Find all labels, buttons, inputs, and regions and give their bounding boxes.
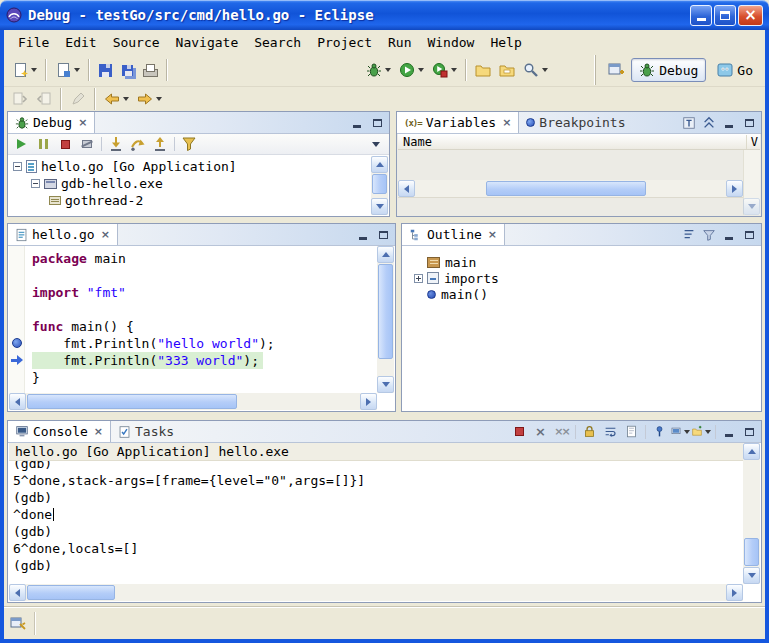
scroll-up-button[interactable] [377,246,394,263]
tab-outline[interactable]: Outline × [402,224,505,245]
view-minimize-button[interactable] [354,227,372,243]
tab-close-icon[interactable]: × [94,425,103,438]
new-go-element-button[interactable] [51,57,84,83]
code-line[interactable]: package main [32,250,377,267]
remove-all-launches-button[interactable]: ×× [552,423,571,440]
new-wizard-button[interactable] [8,57,41,83]
sort-button[interactable] [680,227,698,243]
suspend-button[interactable] [33,135,53,153]
display-console-button[interactable] [671,423,690,440]
filter-button[interactable] [700,227,718,243]
scroll-right-button[interactable] [726,180,743,197]
scroll-right-button[interactable] [726,584,743,601]
open-console-button[interactable] [692,423,711,440]
code-line[interactable]: func main() { [32,318,377,335]
variables-horizontal-scrollbar[interactable] [398,180,743,197]
scrollbar-thumb[interactable] [486,181,646,196]
step-over-button[interactable] [128,135,148,153]
editor-horizontal-scrollbar[interactable] [9,393,377,410]
previous-annotation-button[interactable] [32,89,56,109]
menu-run[interactable]: Run [380,32,419,53]
variables-column-header[interactable]: Name V [398,134,760,150]
forward-button[interactable] [133,89,166,109]
view-minimize-button[interactable] [720,115,738,131]
remove-launch-button[interactable]: × [531,423,550,440]
view-minimize-button[interactable] [720,227,738,243]
console-output[interactable]: (gdb)5^done,stack-args=[frame={level="0"… [9,461,743,584]
editor-ruler[interactable] [9,246,25,393]
tab-breakpoints[interactable]: Breakpoints [519,112,632,133]
debug-launch-button[interactable] [362,57,395,83]
variables-vertical-scrollbar[interactable] [743,150,760,215]
view-maximize-button[interactable] [374,227,392,243]
terminate-button[interactable] [55,135,75,153]
fast-view-button[interactable] [10,615,28,633]
run-launch-button[interactable] [395,57,428,83]
scroll-lock-button[interactable] [580,423,599,440]
next-annotation-button[interactable] [8,89,32,109]
debug-tree-item[interactable]: hello.go [Go Application] [9,158,371,175]
tab-variables[interactable]: (x)= Variables × [397,112,519,133]
code-line[interactable] [32,301,377,318]
menu-source[interactable]: Source [105,32,168,53]
minimize-button[interactable] [690,5,712,26]
variables-table[interactable] [398,150,743,180]
menu-help[interactable]: Help [482,32,529,53]
debug-launch-tree[interactable]: hello.go [Go Application]gdb-hello.exego… [9,156,371,215]
editor-vertical-scrollbar[interactable] [377,246,394,393]
tab-close-icon[interactable]: × [101,228,110,241]
open-type-button[interactable] [471,57,495,83]
code-editor[interactable]: package main import "fmt" func main() { … [26,246,377,393]
menu-edit[interactable]: Edit [57,32,104,53]
step-into-button[interactable] [106,135,126,153]
view-maximize-button[interactable] [740,424,758,440]
scrollbar-thumb[interactable] [27,394,237,409]
external-tools-button[interactable] [428,57,461,83]
value-column-header[interactable]: V [746,135,760,149]
code-line[interactable]: fmt.Println("333 world"); [32,352,377,369]
debug-vertical-scrollbar[interactable] [371,156,388,215]
tab-close-icon[interactable]: × [502,116,511,129]
instruction-pointer-marker[interactable] [11,355,24,366]
step-filters-button[interactable] [179,135,199,153]
word-wrap-button[interactable] [601,423,620,440]
outline-tree[interactable]: mainimportsmain() [403,246,760,410]
scroll-up-button[interactable] [743,443,760,460]
scrollbar-thumb[interactable] [744,538,759,566]
console-horizontal-scrollbar[interactable] [9,584,743,601]
tab-debug[interactable]: Debug × [8,112,95,133]
scrollbar-thumb[interactable] [372,174,387,194]
console-vertical-scrollbar[interactable] [743,443,760,584]
menu-window[interactable]: Window [419,32,482,53]
code-line[interactable]: import "fmt" [32,284,377,301]
open-perspective-button[interactable] [604,57,628,83]
code-line[interactable] [32,267,377,284]
tab-close-icon[interactable]: × [488,228,497,241]
print-button[interactable] [138,57,162,83]
perspective-go-button[interactable]: Go [709,58,761,82]
menu-file[interactable]: File [10,32,57,53]
open-resource-button[interactable] [495,57,519,83]
close-button[interactable]: × [738,5,763,26]
tree-expander[interactable] [414,274,423,283]
outline-item[interactable]: main() [403,286,760,302]
code-line[interactable]: } [32,369,377,386]
search-button[interactable] [519,57,552,83]
tree-expander[interactable] [13,162,22,171]
menu-search[interactable]: Search [246,32,309,53]
view-minimize-button[interactable] [720,424,738,440]
debug-view-menu-button[interactable] [366,135,386,153]
back-button[interactable] [100,89,133,109]
scroll-left-button[interactable] [9,393,26,410]
clear-console-button[interactable] [622,423,641,440]
editor-area[interactable]: package main import "fmt" func main() { … [9,246,377,393]
view-maximize-button[interactable] [740,227,758,243]
scroll-down-button[interactable] [743,198,760,215]
menu-project[interactable]: Project [309,32,380,53]
show-type-names-button[interactable] [680,115,698,131]
scroll-right-button[interactable] [360,393,377,410]
tab-close-icon[interactable]: × [78,116,87,129]
titlebar[interactable]: Debug - testGo/src/cmd/hello.go - Eclips… [0,0,769,30]
scroll-down-button[interactable] [371,198,388,215]
scroll-left-button[interactable] [9,584,26,601]
